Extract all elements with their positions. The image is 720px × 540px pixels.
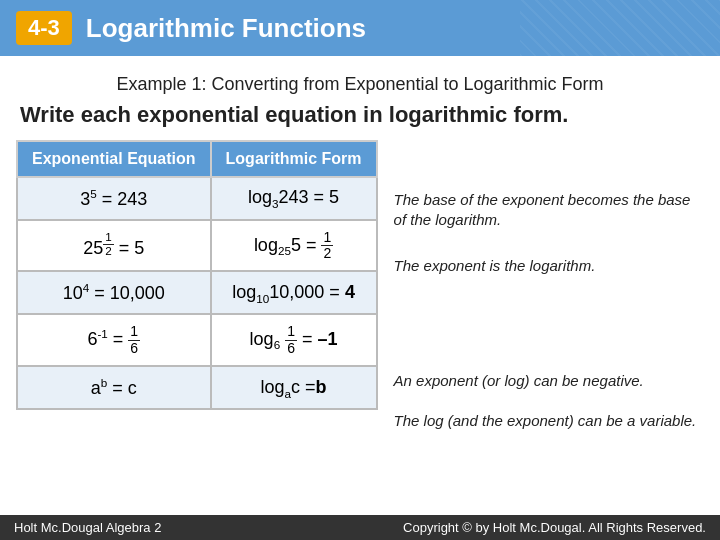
table-row: 35 = 243 log3243 = 5 xyxy=(17,177,377,220)
notes-column: The base of the exponent becomes the bas… xyxy=(394,140,704,440)
table-row: 6-1 = 16 log6 16 = –1 xyxy=(17,314,377,366)
footer-right: Copyright © by Holt Mc.Dougal. All Right… xyxy=(403,520,706,535)
log-form-3: log1010,000 = 4 xyxy=(211,271,377,314)
exp-eq-5: ab = c xyxy=(17,366,211,409)
log-form-4: log6 16 = –1 xyxy=(211,314,377,366)
note-1: The base of the exponent becomes the bas… xyxy=(394,182,704,239)
conversion-table: Exponential Equation Logarithmic Form 35… xyxy=(16,140,378,411)
example-subtitle: Example 1: Converting from Exponential t… xyxy=(16,74,704,95)
log-form-1: log3243 = 5 xyxy=(211,177,377,220)
col1-header: Exponential Equation xyxy=(17,141,211,177)
table-row: 2512 = 5 log255 = 12 xyxy=(17,220,377,272)
table-row: 104 = 10,000 log1010,000 = 4 xyxy=(17,271,377,314)
note-4: An exponent (or log) can be negative. xyxy=(394,363,704,399)
table-row: ab = c logac =b xyxy=(17,366,377,409)
lesson-badge: 4-3 xyxy=(16,11,72,45)
instruction-text: Write each exponential equation in logar… xyxy=(20,101,700,130)
note-5: The log (and the exponent) can be a vari… xyxy=(394,403,704,439)
exp-eq-1: 35 = 243 xyxy=(17,177,211,220)
footer: Holt Mc.Dougal Algebra 2 Copyright © by … xyxy=(0,515,720,540)
header-title: Logarithmic Functions xyxy=(86,13,366,44)
exp-eq-2: 2512 = 5 xyxy=(17,220,211,272)
exp-eq-4: 6-1 = 16 xyxy=(17,314,211,366)
footer-left: Holt Mc.Dougal Algebra 2 xyxy=(14,520,161,535)
exp-eq-3: 104 = 10,000 xyxy=(17,271,211,314)
note-3 xyxy=(394,318,704,354)
log-form-5: logac =b xyxy=(211,366,377,409)
col2-header: Logarithmic Form xyxy=(211,141,377,177)
log-form-2: log255 = 12 xyxy=(211,220,377,272)
note-2: The exponent is the logarithm. xyxy=(394,248,704,284)
